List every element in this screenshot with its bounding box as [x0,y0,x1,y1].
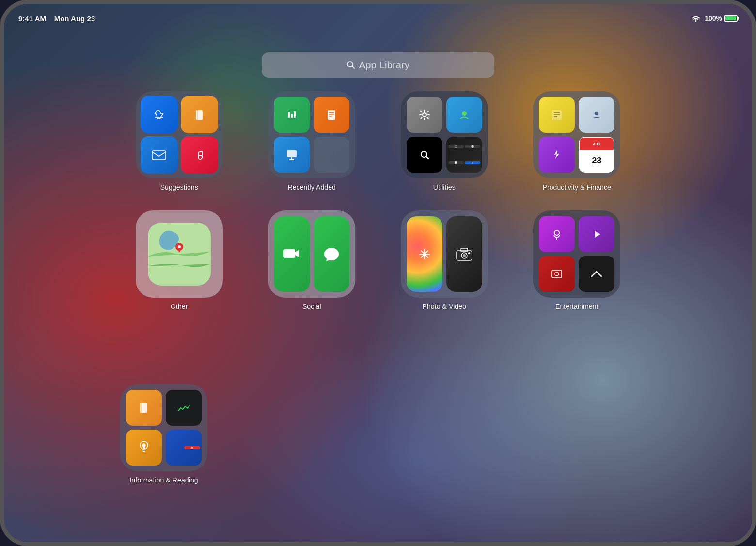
svg-rect-13 [287,150,297,157]
folder-entertainment[interactable]: Entertainment [518,210,636,310]
app-icon-photos [407,216,442,292]
svg-point-24 [595,112,598,115]
app-icon-mail [141,136,178,174]
svg-rect-6 [288,112,290,118]
folder-photo-video[interactable]: Photo & Video [385,210,504,310]
app-icon-messages [314,216,349,292]
app-icon-podcasts [539,216,575,252]
app-icon-shortcuts [539,137,575,173]
folder-productivity-label: Productivity & Finance [543,183,611,191]
wifi-icon [691,15,701,22]
svg-point-31 [463,254,466,257]
folder-info-reading-label: Information & Reading [129,476,198,484]
battery-icon [724,15,738,22]
app-icon-camera [446,216,482,292]
folder-recently-added[interactable]: Recently Added [253,91,371,191]
folder-suggestions-label: Suggestions [160,183,198,191]
app-icon-tips [126,430,162,466]
side-button[interactable] [753,91,755,120]
folder-other[interactable]: Other [120,210,238,310]
status-bar: 9:41 AM Mon Aug 23 100% [4,4,752,33]
folder-entertainment-box [533,210,620,298]
app-icon-extras: ⎔ 🕐 📊 A [446,137,482,173]
status-time-date: 9:41 AM Mon Aug 23 [18,15,95,23]
folder-utilities-label: Utilities [433,183,456,191]
app-icon-ibooks [126,390,162,426]
svg-point-27 [178,245,181,248]
bottom-row: N Information & Reading [120,384,207,484]
battery-percentage: 100% [705,15,722,22]
folder-photo-video-label: Photo & Video [422,303,466,310]
app-icon-contacts [579,97,614,133]
svg-rect-40 [141,403,142,413]
svg-marker-36 [595,231,600,238]
volume-down-button[interactable] [1,145,3,169]
folder-utilities[interactable]: ⎔ 🕐 📊 A Utilities [385,91,504,191]
folder-entertainment-label: Entertainment [555,303,598,310]
app-icon-extras2: N [166,430,202,466]
svg-rect-7 [291,114,293,118]
app-icon-findmy [446,97,482,133]
app-library-grid: Suggestions [120,91,636,330]
svg-line-19 [426,156,428,159]
folder-suggestions-box [136,91,223,178]
time-display: 9:41 AM [18,15,46,23]
svg-point-16 [423,113,426,117]
app-icon-keynote [274,137,310,173]
svg-rect-4 [197,110,198,120]
folder-social-box [268,210,355,298]
svg-point-38 [555,272,559,276]
folder-productivity-box: AUG 23 [533,91,620,178]
app-icon-appletv [579,256,614,292]
app-icon-pages [314,97,349,133]
app-icon-photobooth [539,256,575,292]
svg-rect-28 [284,249,295,258]
ipad-frame: 9:41 AM Mon Aug 23 100% App Lib [0,0,756,546]
folder-suggestions[interactable]: Suggestions [120,91,238,191]
app-icon-itunes [579,216,614,252]
svg-point-33 [468,252,470,254]
app-icon-appstore [141,96,178,133]
app-icon-notes [539,97,575,133]
folder-other-label: Other [171,303,188,310]
search-icon [346,61,355,69]
svg-rect-37 [552,270,562,278]
svg-point-0 [695,20,696,21]
folder-recently-added-label: Recently Added [288,183,336,191]
app-icon-placeholder [314,137,349,173]
folder-recently-added-box [268,91,355,178]
status-indicators: 100% [691,15,738,22]
app-icon-books [181,96,218,133]
folder-social-label: Social [302,303,321,310]
battery-fill [725,16,736,20]
app-icon-stocks [166,390,202,426]
search-placeholder-text: App Library [359,60,410,71]
svg-line-2 [352,66,354,69]
svg-point-17 [462,111,467,116]
svg-point-34 [554,230,559,235]
app-icon-settings [407,97,442,133]
svg-rect-8 [294,111,296,118]
folder-social[interactable]: Social [253,210,371,310]
date-display: Mon Aug 23 [54,15,95,23]
folder-other-box [136,210,223,298]
svg-rect-32 [461,248,468,252]
folder-info-reading[interactable]: N Information & Reading [120,384,207,484]
folder-photo-video-box [401,210,488,298]
battery-indicator: 100% [705,15,738,22]
volume-up-button[interactable] [1,111,3,135]
app-icon-calendar: AUG 23 [579,137,614,173]
folder-info-reading-box: N [120,384,207,471]
svg-rect-9 [328,110,335,120]
svg-rect-5 [152,151,166,160]
search-bar[interactable]: App Library [262,52,494,78]
folder-productivity[interactable]: AUG 23 Productivity & Finance [518,91,636,191]
app-icon-facetime [274,216,310,292]
folder-utilities-box: ⎔ 🕐 📊 A [401,91,488,178]
app-icon-magnifier [407,137,442,173]
app-icon-numbers [274,97,310,133]
app-icon-maps [148,223,211,286]
app-icon-music [181,136,218,174]
